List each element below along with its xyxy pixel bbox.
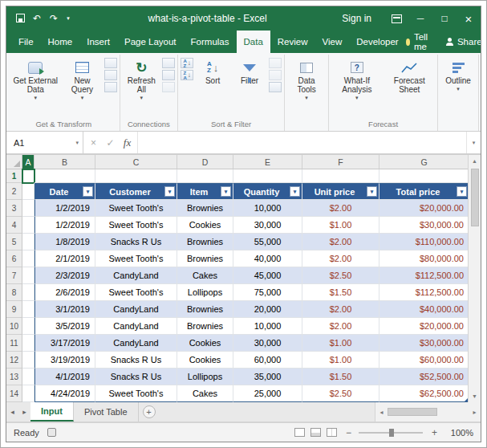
cell-E12[interactable]: 60,000 (233, 352, 302, 369)
cell-A14[interactable] (22, 385, 34, 402)
cell-D4[interactable]: Cookies (177, 217, 233, 234)
cell-C3[interactable]: Sweet Tooth's (95, 200, 177, 217)
cell-G6[interactable]: $80,000.00 (379, 250, 469, 267)
page-break-view-button[interactable] (327, 428, 337, 437)
undo-button[interactable]: ↶ (30, 13, 44, 24)
filter-button[interactable]: ▾ (164, 186, 175, 197)
column-header-G[interactable]: G (379, 155, 469, 169)
save-button[interactable] (13, 12, 27, 25)
properties-button[interactable] (162, 70, 175, 80)
cell-C8[interactable]: Sweet Tooth's (95, 284, 177, 301)
enter-button[interactable]: ✓ (102, 137, 119, 149)
cell-A3[interactable] (22, 200, 34, 217)
cell-D8[interactable]: Lollipops (177, 284, 233, 301)
row-header-8[interactable]: 8 (6, 284, 22, 301)
column-header-E[interactable]: E (233, 155, 302, 169)
cell-D7[interactable]: Cakes (177, 267, 233, 284)
zoom-in-button[interactable]: + (432, 427, 437, 438)
cell-A5[interactable] (22, 234, 34, 250)
cell-A4[interactable] (22, 217, 34, 234)
filter-button[interactable]: ▾ (83, 186, 93, 197)
row-header-12[interactable]: 12 (6, 352, 22, 369)
zoom-slider-thumb[interactable] (389, 429, 394, 437)
cell-A13[interactable] (22, 369, 34, 385)
row-header-10[interactable]: 10 (6, 318, 22, 335)
cell-E13[interactable]: 35,000 (233, 369, 302, 385)
formula-input[interactable] (138, 132, 466, 153)
advanced-filter-button[interactable] (269, 82, 282, 92)
cell-A6[interactable] (22, 250, 34, 267)
cell-C9[interactable]: CandyLand (95, 301, 177, 318)
minimize-button[interactable]: ─ (408, 6, 432, 31)
normal-view-button[interactable] (294, 428, 305, 437)
cell-C11[interactable]: CandyLand (95, 335, 177, 352)
from-table-button[interactable] (104, 70, 117, 80)
cell-E3[interactable]: 10,000 (233, 200, 302, 217)
cell-E8[interactable]: 75,000 (233, 284, 302, 301)
cell-G13[interactable]: $52,500.00 (379, 369, 469, 385)
cell-E6[interactable]: 40,000 (233, 250, 302, 267)
connections-button[interactable] (162, 58, 175, 68)
edit-links-button[interactable] (162, 82, 175, 92)
data-tools-button[interactable]: Data Tools ▾ (286, 55, 327, 120)
cell-F10[interactable]: $2.00 (302, 318, 379, 335)
name-box[interactable]: A1 ▾ (6, 132, 83, 153)
filter-ribbon-button[interactable]: Filter (231, 55, 268, 119)
scroll-up-button[interactable]: ▲ (469, 155, 481, 167)
macro-record-icon[interactable] (47, 428, 56, 437)
tab-review[interactable]: Review (270, 31, 315, 53)
cell-C12[interactable]: Snacks R Us (95, 352, 177, 369)
cell-D11[interactable]: Cookies (177, 335, 233, 352)
tab-data[interactable]: Data (237, 31, 270, 53)
cell-G7[interactable]: $112,500.00 (379, 267, 469, 284)
column-header-B[interactable]: B (34, 155, 95, 169)
show-queries-button[interactable] (104, 58, 117, 68)
tab-view[interactable]: View (315, 31, 350, 53)
cell-B14[interactable]: 4/24/2019 (34, 385, 95, 402)
cell-C4[interactable]: Sweet Tooth's (95, 217, 177, 234)
cell-F4[interactable]: $1.00 (302, 217, 379, 234)
zoom-slider[interactable] (359, 432, 423, 434)
header-cell-B[interactable]: Date▾ (34, 183, 95, 200)
scroll-left-button[interactable]: ◂ (375, 409, 388, 416)
sheet-nav-left-button[interactable]: ◂ (6, 402, 18, 422)
cell-D10[interactable]: Brownies (177, 318, 233, 335)
what-if-analysis-button[interactable]: ? What-If Analysis ▾ (331, 55, 383, 119)
cell-G9[interactable]: $40,000.00 (379, 301, 469, 318)
cell-C14[interactable]: Sweet Tooth's (95, 385, 177, 402)
sort-ascending-button[interactable]: AZ↓ (181, 58, 193, 68)
cell-B10[interactable]: 3/5/2019 (34, 318, 95, 335)
v-scrollbar-thumb[interactable] (471, 169, 479, 226)
vertical-scrollbar[interactable]: ▲ ▼ (468, 155, 481, 402)
cancel-button[interactable]: × (85, 137, 102, 149)
tell-me-button[interactable]: Tell me (406, 32, 431, 51)
cell-A10[interactable] (22, 318, 34, 335)
cell-B4[interactable]: 1/2/2019 (34, 217, 95, 234)
cell-G12[interactable]: $60,000.00 (379, 352, 469, 369)
sort-descending-button[interactable]: ZA↓ (181, 70, 193, 80)
cell-C1[interactable] (95, 169, 177, 183)
sort-button[interactable]: AZ↓ Sort (194, 55, 231, 119)
cell-F8[interactable]: $1.50 (302, 284, 379, 301)
cell-F6[interactable]: $2.00 (302, 250, 379, 267)
cell-G10[interactable]: $20,000.00 (379, 318, 469, 335)
cell-F14[interactable]: $2.50 (302, 385, 379, 402)
close-button[interactable]: × (457, 6, 481, 31)
cell-E7[interactable]: 45,000 (233, 267, 302, 284)
zoom-out-button[interactable]: − (346, 427, 351, 438)
new-query-button[interactable]: New Query ▾ (61, 55, 103, 119)
cell-D6[interactable]: Brownies (177, 250, 233, 267)
cell-B8[interactable]: 2/6/2019 (34, 284, 95, 301)
tab-formulas[interactable]: Formulas (184, 31, 237, 53)
formula-bar-expand-button[interactable]: ▾ (466, 132, 481, 153)
cell-D1[interactable] (177, 169, 233, 183)
maximize-button[interactable]: □ (432, 6, 457, 31)
zoom-level[interactable]: 100% (446, 428, 473, 438)
cell-E5[interactable]: 55,000 (233, 234, 302, 250)
refresh-all-button[interactable]: ↻ Refresh All ▾ (122, 55, 162, 119)
tab-developer[interactable]: Developer (349, 31, 405, 53)
header-cell-E[interactable]: Quantity▾ (233, 183, 302, 200)
cell-G14[interactable]: $62,500.00 (379, 385, 469, 402)
recent-sources-button[interactable] (104, 82, 117, 92)
tab-file[interactable]: File (11, 31, 41, 53)
